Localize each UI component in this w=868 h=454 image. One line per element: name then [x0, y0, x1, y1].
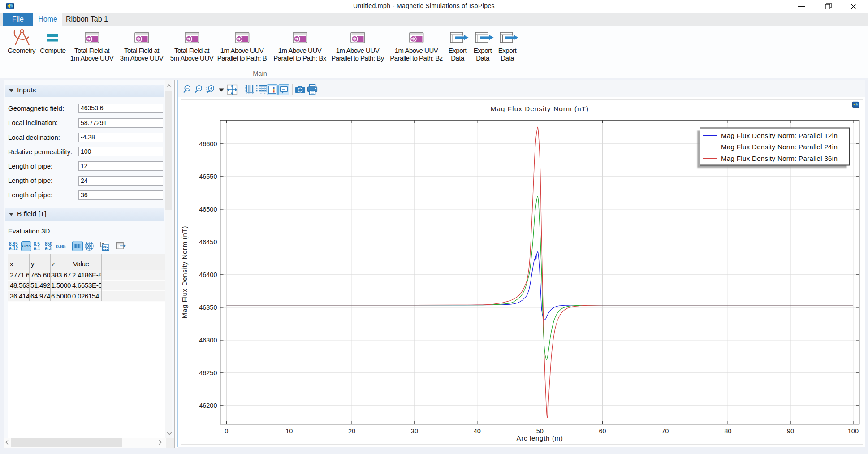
svg-text:46550: 46550 — [199, 173, 217, 180]
svg-text:50: 50 — [536, 428, 544, 435]
svg-text:Mag Flux Density Norm (nT): Mag Flux Density Norm (nT) — [491, 105, 589, 112]
svg-text:46450: 46450 — [199, 238, 217, 246]
svg-text:80: 80 — [724, 428, 731, 435]
svg-text:30: 30 — [411, 428, 418, 435]
svg-text:90: 90 — [787, 428, 794, 435]
svg-text:60: 60 — [599, 428, 606, 435]
svg-text:46400: 46400 — [199, 271, 217, 278]
svg-text:40: 40 — [474, 428, 481, 435]
svg-text:46350: 46350 — [199, 304, 217, 311]
svg-text:Arc length (m): Arc length (m) — [517, 434, 563, 442]
svg-text:20: 20 — [348, 428, 355, 435]
svg-text:46300: 46300 — [199, 337, 217, 344]
svg-text:Mag Flux Density Norm: Paralle: Mag Flux Density Norm: Parallel 24in — [721, 143, 838, 151]
svg-text:Mag Flux Density Norm: Paralle: Mag Flux Density Norm: Parallel 36in — [721, 155, 838, 162]
svg-text:46600: 46600 — [199, 140, 217, 147]
svg-text:10: 10 — [285, 428, 293, 435]
svg-text:46250: 46250 — [199, 369, 217, 376]
svg-text:Mag Flux Density Norm: Paralle: Mag Flux Density Norm: Parallel 12in — [721, 132, 838, 139]
svg-text:46200: 46200 — [199, 402, 217, 409]
svg-text:70: 70 — [661, 428, 669, 435]
svg-text:100: 100 — [848, 428, 859, 435]
svg-text:0: 0 — [225, 428, 228, 435]
svg-text:46500: 46500 — [199, 206, 217, 213]
svg-text:Mag Flux Density Norm (nT): Mag Flux Density Norm (nT) — [181, 226, 189, 319]
